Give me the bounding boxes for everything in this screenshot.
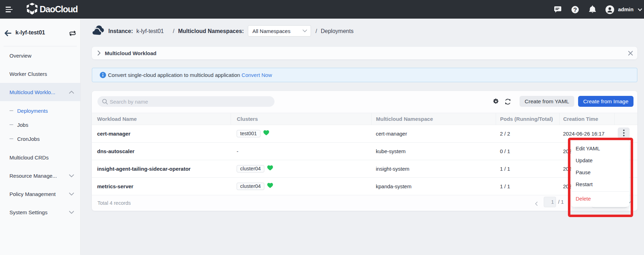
svg-text:?: ?	[573, 6, 577, 13]
